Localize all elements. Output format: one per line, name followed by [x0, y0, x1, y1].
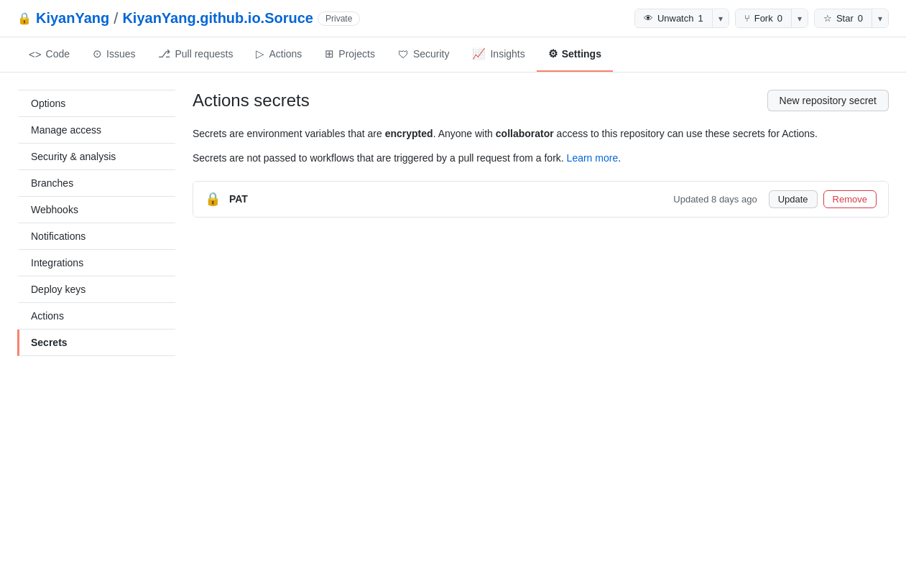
repo-owner-link[interactable]: KiyanYang — [36, 10, 109, 27]
sidebar-item-notifications[interactable]: Notifications — [17, 223, 175, 250]
projects-icon: ⊞ — [325, 47, 334, 60]
secrets-title: Actions secrets — [193, 90, 310, 111]
new-secret-button[interactable]: New repository secret — [767, 90, 889, 111]
sidebar-item-branches[interactable]: Branches — [17, 170, 175, 197]
table-row: 🔒 PAT Updated 8 days ago Update Remove — [193, 182, 888, 217]
lock-icon: 🔒 — [17, 11, 32, 25]
desc-part1: Secrets are environment variables that a… — [193, 128, 385, 139]
sidebar-item-webhooks-label: Webhooks — [31, 204, 78, 215]
repo-actions: 👁 Unwatch 1 ▾ ⑂ Fork 0 ▾ ☆ Star 0 ▾ — [634, 9, 889, 28]
sidebar-item-manage-access[interactable]: Manage access — [17, 117, 175, 144]
tab-code[interactable]: <> Code — [17, 38, 81, 72]
sidebar-item-options-label: Options — [31, 98, 65, 109]
desc-part3: access to this repository can use these … — [554, 128, 818, 139]
sidebar-item-secrets[interactable]: Secrets — [17, 330, 175, 356]
sidebar-item-integrations-label: Integrations — [31, 257, 83, 269]
code-icon: <> — [29, 48, 42, 60]
tab-issues[interactable]: ⊙ Issues — [81, 37, 147, 72]
tab-projects-label: Projects — [338, 48, 375, 60]
secret-actions: Update Remove — [769, 190, 877, 208]
tab-projects[interactable]: ⊞ Projects — [313, 37, 387, 72]
unwatch-label: Unwatch — [657, 13, 694, 24]
star-icon: ☆ — [823, 13, 832, 24]
fork-main[interactable]: ⑂ Fork 0 — [736, 9, 792, 27]
update-secret-button[interactable]: Update — [769, 190, 818, 208]
settings-icon: ⚙ — [548, 47, 558, 60]
tab-settings[interactable]: ⚙ Settings — [537, 37, 613, 72]
sidebar-item-secrets-label: Secrets — [31, 337, 68, 348]
sidebar-item-options[interactable]: Options — [17, 90, 175, 117]
secrets-list: 🔒 PAT Updated 8 days ago Update Remove — [193, 181, 889, 218]
secrets-header: Actions secrets New repository secret — [193, 90, 889, 111]
sidebar-item-notifications-label: Notifications — [31, 230, 85, 242]
tab-actions[interactable]: ▷ Actions — [244, 37, 313, 72]
repo-name-link[interactable]: KiyanYang.github.io.Soruce — [122, 10, 313, 27]
learn-more-link[interactable]: Learn more — [567, 152, 619, 164]
private-badge: Private — [318, 11, 360, 26]
sidebar-item-webhooks[interactable]: Webhooks — [17, 197, 175, 223]
sidebar-item-security-analysis-label: Security & analysis — [31, 151, 116, 162]
security-icon: 🛡 — [398, 48, 409, 60]
star-label: Star — [836, 13, 854, 24]
star-main[interactable]: ☆ Star 0 — [815, 9, 872, 27]
tab-security[interactable]: 🛡 Security — [387, 38, 461, 72]
unwatch-dropdown[interactable]: ▾ — [713, 10, 729, 27]
star-dropdown[interactable]: ▾ — [872, 10, 888, 27]
page-layout: Options Manage access Security & analysi… — [0, 73, 906, 373]
sidebar-item-integrations[interactable]: Integrations — [17, 250, 175, 276]
desc-bold2: collaborator — [496, 128, 554, 139]
repo-title: 🔒 KiyanYang / KiyanYang.github.io.Soruce… — [17, 9, 360, 28]
sidebar: Options Manage access Security & analysi… — [17, 90, 175, 356]
tab-issues-label: Issues — [106, 48, 135, 60]
fork-icon: ⑂ — [744, 13, 750, 24]
insights-icon: 📈 — [472, 47, 486, 60]
sidebar-item-security-analysis[interactable]: Security & analysis — [17, 144, 175, 170]
tab-security-label: Security — [413, 48, 450, 60]
remove-secret-button[interactable]: Remove — [823, 190, 877, 208]
sidebar-item-actions[interactable]: Actions — [17, 303, 175, 330]
fork-button-group[interactable]: ⑂ Fork 0 ▾ — [735, 9, 808, 28]
secret-name: PAT — [229, 193, 248, 205]
note-part1: Secrets are not passed to workflows that… — [193, 152, 567, 164]
sidebar-item-branches-label: Branches — [31, 177, 73, 189]
desc-part2: . Anyone with — [433, 128, 496, 139]
note-part2: . — [618, 152, 621, 164]
star-button-group[interactable]: ☆ Star 0 ▾ — [814, 9, 889, 28]
unwatch-count: 1 — [698, 13, 703, 24]
secrets-description: Secrets are environment variables that a… — [193, 126, 889, 141]
tab-actions-label: Actions — [269, 48, 302, 60]
sidebar-item-deploy-keys[interactable]: Deploy keys — [17, 276, 175, 303]
desc-bold1: encrypted — [385, 128, 433, 139]
fork-dropdown[interactable]: ▾ — [792, 10, 808, 27]
unwatch-button-group[interactable]: 👁 Unwatch 1 ▾ — [634, 9, 729, 28]
repo-nav: <> Code ⊙ Issues ⎇ Pull requests ▷ Actio… — [0, 37, 906, 73]
secrets-note: Secrets are not passed to workflows that… — [193, 150, 889, 166]
tab-insights[interactable]: 📈 Insights — [461, 37, 536, 72]
eye-icon: 👁 — [644, 13, 653, 24]
repo-separator: / — [114, 9, 118, 28]
tab-code-label: Code — [46, 48, 70, 60]
actions-icon: ▷ — [256, 47, 264, 60]
star-count: 0 — [858, 13, 863, 24]
secret-updated: Updated 8 days ago — [673, 194, 757, 205]
sidebar-item-deploy-keys-label: Deploy keys — [31, 284, 85, 295]
tab-pull-requests[interactable]: ⎇ Pull requests — [147, 37, 244, 72]
pr-icon: ⎇ — [158, 47, 170, 60]
sidebar-item-manage-access-label: Manage access — [31, 124, 101, 136]
tab-pr-label: Pull requests — [175, 48, 233, 60]
issues-icon: ⊙ — [93, 47, 102, 60]
unwatch-main[interactable]: 👁 Unwatch 1 — [635, 9, 713, 27]
fork-count: 0 — [777, 13, 782, 24]
tab-settings-label: Settings — [562, 48, 601, 60]
fork-label: Fork — [754, 13, 773, 24]
main-content: Actions secrets New repository secret Se… — [193, 90, 889, 356]
repo-header: 🔒 KiyanYang / KiyanYang.github.io.Soruce… — [0, 0, 906, 37]
sidebar-item-actions-label: Actions — [31, 310, 64, 322]
lock-secret-icon: 🔒 — [205, 191, 221, 207]
tab-insights-label: Insights — [490, 48, 524, 60]
